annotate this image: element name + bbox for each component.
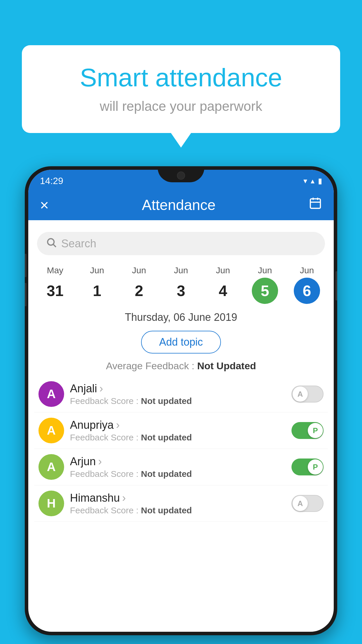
date-day-5[interactable]: 5 (252, 278, 278, 304)
student-name-0[interactable]: Anjali (70, 382, 286, 395)
speech-bubble-title: Smart attendance (45, 63, 317, 92)
attendance-toggle-2[interactable]: P (291, 459, 324, 475)
student-name-1[interactable]: Anupriya (70, 419, 286, 431)
avg-feedback: Average Feedback : Not Updated (28, 358, 334, 376)
close-button[interactable]: × (40, 196, 49, 214)
date-month-3: Jun (174, 265, 188, 275)
student-item-3[interactable]: HHimanshuFeedback Score : Not updatedA (34, 485, 328, 522)
add-topic-button[interactable]: Add topic (141, 331, 221, 354)
student-item-1[interactable]: AAnupriyaFeedback Score : Not updatedP (34, 412, 328, 449)
content-area: Search May31Jun1Jun2Jun3Jun4Jun5Jun6 Thu… (28, 220, 334, 528)
svg-line-5 (53, 244, 56, 247)
avg-feedback-value: Not Updated (197, 360, 256, 371)
svg-point-4 (48, 239, 54, 245)
search-icon (46, 237, 57, 251)
toggle-knob-3: A (293, 496, 308, 511)
student-name-3[interactable]: Himanshu (70, 492, 286, 504)
date-month-5: Jun (258, 265, 272, 275)
date-month-0: May (47, 265, 64, 275)
date-day-0[interactable]: 31 (42, 278, 68, 304)
phone-camera (177, 172, 185, 180)
toggle-knob-1: P (308, 423, 323, 438)
date-day-4[interactable]: 4 (210, 278, 236, 304)
status-time: 14:29 (40, 176, 63, 186)
student-feedback-3: Feedback Score : Not updated (70, 505, 286, 515)
date-day-1[interactable]: 1 (84, 278, 110, 304)
volume-down-button[interactable] (25, 283, 27, 306)
student-avatar-3: H (38, 491, 64, 516)
date-month-4: Jun (216, 265, 230, 275)
date-item-6[interactable]: Jun6 (294, 265, 320, 304)
attendance-toggle-0[interactable]: A (291, 386, 324, 402)
phone-screen: 14:29 ▾ ▴ ▮ × Attendance (28, 170, 334, 632)
search-input[interactable]: Search (61, 237, 96, 250)
date-day-2[interactable]: 2 (126, 278, 152, 304)
date-selector: May31Jun1Jun2Jun3Jun4Jun5Jun6 (28, 260, 334, 304)
speech-bubble: Smart attendance will replace your paper… (22, 45, 340, 133)
toggle-knob-0: A (293, 386, 308, 402)
avg-feedback-label: Average Feedback : (106, 360, 194, 371)
attendance-toggle-3[interactable]: A (291, 495, 324, 512)
svg-rect-0 (310, 199, 321, 209)
date-item-5[interactable]: Jun5 (252, 265, 278, 304)
date-item-1[interactable]: Jun1 (84, 265, 110, 304)
calendar-icon[interactable] (309, 197, 322, 213)
date-item-4[interactable]: Jun4 (210, 265, 236, 304)
status-icons: ▾ ▴ ▮ (303, 176, 322, 186)
date-day-6[interactable]: 6 (294, 278, 320, 304)
student-item-0[interactable]: AAnjaliFeedback Score : Not updatedA (34, 376, 328, 412)
student-avatar-0: A (38, 381, 64, 407)
student-info-1: AnupriyaFeedback Score : Not updated (70, 419, 286, 442)
phone-notch (158, 166, 204, 182)
date-item-3[interactable]: Jun3 (168, 265, 194, 304)
student-info-2: ArjunFeedback Score : Not updated (70, 455, 286, 479)
search-bar[interactable]: Search (37, 232, 325, 255)
date-month-6: Jun (300, 265, 314, 275)
student-info-3: HimanshuFeedback Score : Not updated (70, 492, 286, 515)
speech-bubble-container: Smart attendance will replace your paper… (22, 45, 340, 133)
speech-bubble-subtitle: will replace your paperwork (45, 98, 317, 114)
signal-icon: ▴ (311, 176, 314, 186)
student-avatar-1: A (38, 418, 64, 443)
date-month-2: Jun (132, 265, 146, 275)
header-title: Attendance (142, 197, 216, 214)
date-month-1: Jun (90, 265, 104, 275)
battery-icon: ▮ (318, 176, 322, 186)
selected-date-label: Thursday, 06 June 2019 (28, 304, 334, 326)
date-item-2[interactable]: Jun2 (126, 265, 152, 304)
power-button[interactable] (335, 271, 337, 300)
student-feedback-1: Feedback Score : Not updated (70, 433, 286, 442)
student-item-2[interactable]: AArjunFeedback Score : Not updatedP (34, 449, 328, 485)
student-name-2[interactable]: Arjun (70, 455, 286, 468)
volume-up-button[interactable] (25, 254, 27, 277)
wifi-icon: ▾ (303, 176, 307, 186)
phone-frame: 14:29 ▾ ▴ ▮ × Attendance (25, 166, 337, 635)
student-feedback-0: Feedback Score : Not updated (70, 396, 286, 406)
student-avatar-2: A (38, 454, 64, 480)
attendance-toggle-1[interactable]: P (291, 422, 324, 439)
student-feedback-2: Feedback Score : Not updated (70, 469, 286, 479)
date-item-0[interactable]: May31 (42, 265, 68, 304)
toggle-knob-2: P (308, 459, 323, 475)
student-list: AAnjaliFeedback Score : Not updatedAAAnu… (28, 376, 334, 522)
date-day-3[interactable]: 3 (168, 278, 194, 304)
student-info-0: AnjaliFeedback Score : Not updated (70, 382, 286, 406)
app-header: × Attendance (28, 190, 334, 220)
